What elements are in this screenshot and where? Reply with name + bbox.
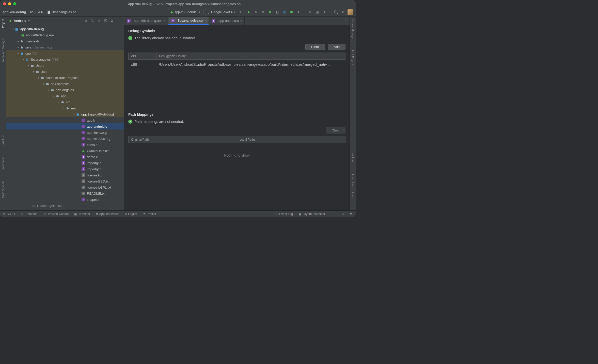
tree-file[interactable]: cimportgl.h: [6, 166, 124, 172]
bottom-event-log[interactable]: ◌Event Log: [275, 212, 293, 216]
locate-icon[interactable]: ⊕: [83, 19, 88, 23]
close-window-button[interactable]: [3, 2, 6, 5]
tree-java[interactable]: ▸ 🖿 java (classes.dex): [6, 44, 124, 50]
tree-file[interactable]: CMakeLists.txt: [6, 148, 124, 154]
tree-file[interactable]: cshapes.h: [6, 196, 124, 203]
debug-button[interactable]: ✱: [267, 9, 273, 15]
apply-changes-icon[interactable]: ↻: [253, 9, 259, 15]
run-button[interactable]: [246, 9, 251, 15]
chevron-down-icon: ▾: [57, 101, 60, 104]
coverage-icon[interactable]: ◧: [274, 9, 280, 15]
path-clear-button[interactable]: Clear: [326, 127, 345, 134]
panel-title[interactable]: Android ▼: [14, 19, 30, 23]
tree-file[interactable]: capp-android.c: [6, 123, 124, 129]
tree-file[interactable]: cimportgl.c: [6, 160, 124, 166]
tool-resource-manager[interactable]: Resource Manager: [2, 38, 5, 62]
tool-device-file-explorer[interactable]: Device File Explorer: [351, 173, 354, 198]
gear-icon[interactable]: ⚙: [110, 19, 114, 23]
tree-lib[interactable]: ▾ ⊞ libsanangeles (x86): [6, 56, 124, 62]
sdk-icon[interactable]: ⬇: [322, 9, 327, 15]
editor-tab[interactable]: capp-android.c×: [209, 17, 245, 25]
sync-icon[interactable]: ⟳: [307, 9, 313, 15]
device-dropdown[interactable]: ▯ Google Pixel 4 XL ▼: [205, 9, 244, 15]
bottom-terminal[interactable]: ▣Terminal: [74, 212, 90, 216]
project-tree[interactable]: ▾ ▣ app-x86-debug ▣ app-x86-debug.apk ▸ …: [6, 25, 124, 210]
close-tab-icon[interactable]: ×: [164, 19, 166, 23]
folder-icon: 🖿: [55, 94, 59, 98]
profiler-icon[interactable]: ◔: [281, 9, 287, 15]
tree-folder[interactable]: ▾🖿san-angeles: [6, 87, 124, 93]
tabs-menu-icon[interactable]: ⋮: [341, 19, 350, 23]
apply-code-icon[interactable]: ≡: [260, 9, 266, 15]
hide-panel-icon[interactable]: —: [116, 19, 121, 23]
breadcrumb-project[interactable]: app-x86-debug: [3, 10, 26, 14]
close-tab-icon[interactable]: ×: [240, 19, 242, 23]
tree-file[interactable]: ≡license-LGPL.txt: [6, 184, 124, 190]
bottom-layout-inspector[interactable]: ▣Layout Inspector: [298, 212, 325, 216]
stop-button[interactable]: ■: [296, 9, 301, 15]
bottom-vcs[interactable]: ⎇Version Control: [43, 212, 69, 216]
avd-icon[interactable]: ▣: [314, 9, 320, 15]
bottom-todo[interactable]: ≡TODO: [3, 212, 15, 216]
tool-emulator[interactable]: Emulator: [351, 152, 354, 163]
bottom-logcat[interactable]: ≡Logcat: [125, 212, 137, 216]
tree-folder[interactable]: ▾🖿src: [6, 99, 124, 105]
tree-apk[interactable]: ▣ app-x86-debug.apk: [6, 32, 124, 38]
run-config-dropdown[interactable]: ◆ app-x86-debug ▼: [168, 9, 203, 15]
breadcrumb-lib[interactable]: lib: [30, 10, 34, 14]
tree-folder[interactable]: ▾🖿app: [6, 93, 124, 99]
breadcrumb-file[interactable]: libsanangeles.so: [47, 10, 76, 14]
debug-add-button[interactable]: Add: [328, 44, 345, 50]
editor-tab[interactable]: capp-x86-debug.apk×: [124, 17, 168, 25]
minimize-window-button[interactable]: [8, 2, 11, 5]
breadcrumb-x86[interactable]: x86: [38, 10, 43, 14]
breadcrumbs[interactable]: app-x86-debug › lib › x86 › libsanangele…: [3, 10, 76, 14]
collapse-icon[interactable]: ⇱: [103, 19, 108, 23]
tool-project[interactable]: Project: [2, 19, 5, 28]
tree-root[interactable]: ▾ ▣ app-x86-debug: [6, 26, 124, 32]
attach-debugger-icon[interactable]: ✱: [289, 9, 294, 15]
tree-file[interactable]: ≡license-BSD.txt: [6, 178, 124, 184]
status-icon-1[interactable]: ▭: [341, 212, 344, 216]
tool-structure[interactable]: Structure: [2, 135, 5, 146]
tool-bookmarks[interactable]: Bookmarks: [2, 157, 5, 171]
tree-cpp[interactable]: ▾ 🖿 cpp (lib): [6, 50, 124, 56]
folder-icon: 🖿: [40, 76, 44, 80]
tree-file[interactable]: capp.h: [6, 117, 124, 123]
bottom-app-inspection[interactable]: ✱App Inspection: [96, 212, 119, 216]
tree-file[interactable]: capp-win32.c.org: [6, 136, 124, 142]
tree-file[interactable]: ≡README.txt: [6, 190, 124, 196]
tool-build-variants[interactable]: Build Variants: [2, 181, 5, 198]
tool-apk-project[interactable]: APK Project: [351, 50, 354, 65]
tree-folder[interactable]: ▾🖿Users: [6, 62, 124, 69]
phone-icon: ▯: [208, 10, 210, 14]
tree-file[interactable]: capp-linx.c.org: [6, 129, 124, 136]
close-tab-icon[interactable]: ×: [204, 19, 206, 22]
table-row[interactable]: x86 /Users/User/AndroidStudioProjects/nd…: [129, 60, 345, 69]
maximize-window-button[interactable]: [13, 2, 16, 5]
tree-file[interactable]: ccams.h: [6, 142, 124, 148]
editor-tab[interactable]: clibsanangeles.so×: [168, 17, 209, 25]
android-icon: ◆: [9, 19, 12, 23]
bottom-problems[interactable]: ⚠Problems: [20, 212, 37, 216]
debug-clear-button[interactable]: Clear: [305, 44, 325, 50]
settings-icon[interactable]: ⚙: [340, 9, 346, 15]
user-avatar[interactable]: [348, 9, 353, 15]
folder-icon: 🖿: [20, 51, 24, 55]
tree-file[interactable]: cdemo.c: [6, 154, 124, 160]
search-icon[interactable]: [333, 9, 339, 15]
tool-device-manager[interactable]: Device Manager: [351, 19, 354, 40]
tree-trailing-lib[interactable]: ⊞ libsanangeles.so: [6, 203, 124, 209]
tree-folder[interactable]: ▾🖿ndk-samples: [6, 81, 124, 87]
tree-file[interactable]: ≡license.txt: [6, 172, 124, 178]
bottom-profiler[interactable]: ◔Profiler: [143, 212, 156, 216]
expand-icon[interactable]: ⇲: [97, 19, 101, 23]
tree-folder[interactable]: ▾🖿AndroidStudioProjects: [6, 75, 124, 81]
file-icon: [47, 10, 51, 14]
select-opened-icon[interactable]: ⇅: [90, 19, 95, 23]
tree-folder[interactable]: ▾🖿User: [6, 69, 124, 75]
tree-cpp-module[interactable]: ▾ 🖿 cpp [app-x86-debug]: [6, 111, 124, 117]
status-icon-2[interactable]: ⚑: [350, 212, 353, 216]
tree-manifests[interactable]: ▸ 🖿 manifests: [6, 38, 124, 44]
tree-folder[interactable]: ▾🖿main: [6, 105, 124, 111]
